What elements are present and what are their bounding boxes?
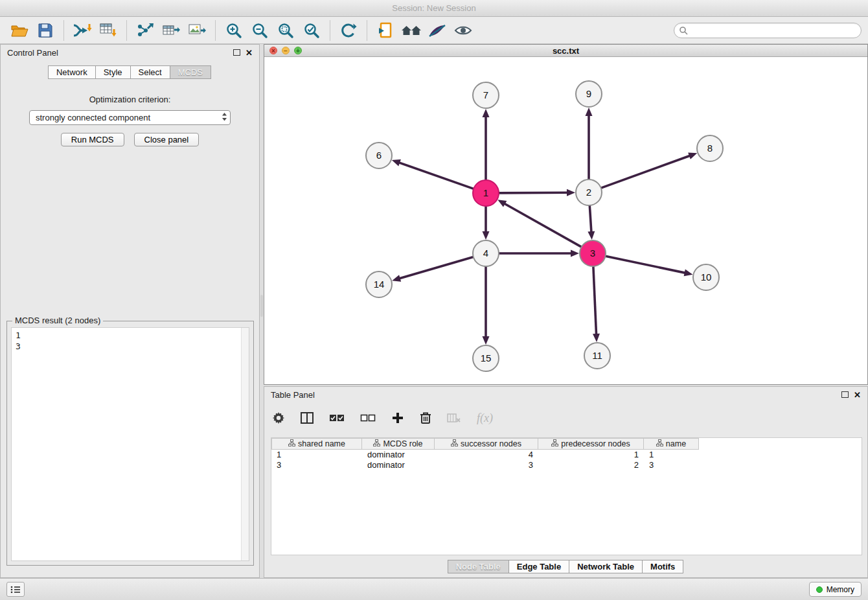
close-table-panel-icon[interactable]: ✕ (854, 391, 861, 399)
graph-node-14[interactable]: 14 (366, 271, 392, 297)
refresh-icon[interactable] (336, 19, 361, 42)
table-cell: 3 (271, 460, 362, 470)
table-row[interactable]: 1dominator411 (271, 450, 862, 460)
mcds-result-box: 1 3 (11, 327, 249, 561)
graph-node-15[interactable]: 15 (473, 345, 499, 371)
edge-2-8[interactable] (601, 156, 691, 188)
edge-1-6[interactable] (398, 163, 474, 189)
graph-node-11[interactable]: 11 (584, 343, 610, 369)
edge-arrowhead (588, 231, 595, 240)
memory-button[interactable]: Memory (809, 582, 862, 597)
network-canvas[interactable]: 7968124314101511 (264, 57, 867, 384)
graph-node-8[interactable]: 8 (697, 135, 723, 161)
node-label: 14 (374, 279, 385, 290)
graph-node-6[interactable]: 6 (366, 143, 392, 168)
delete-column-icon[interactable] (447, 413, 461, 423)
graph-node-1[interactable]: 1 (473, 180, 499, 206)
node-label: 8 (707, 143, 713, 154)
edge-arrowhead (571, 250, 579, 257)
mcds-result-group: MCDS result (2 nodes) 1 3 (6, 321, 254, 566)
minimize-window-icon[interactable]: − (282, 47, 290, 54)
export-table-icon[interactable] (158, 19, 184, 42)
edge-arrowhead (586, 108, 593, 116)
graph-node-2[interactable]: 2 (576, 179, 602, 205)
panel-splitter-handle[interactable] (260, 295, 263, 317)
table-row[interactable]: 3dominator323 (271, 460, 862, 470)
edge-arrowhead (684, 270, 693, 277)
edge-2-3[interactable] (589, 205, 591, 233)
column-edit-icon (451, 439, 458, 448)
table-settings-gear-icon[interactable] (272, 411, 285, 424)
toolbar-separator (367, 20, 367, 41)
zoom-selected-icon[interactable] (299, 19, 325, 42)
node-table: shared nameMCDS rolesuccessor nodesprede… (271, 437, 862, 555)
table-cell: dominator (362, 460, 435, 470)
graph-node-4[interactable]: 4 (473, 240, 499, 266)
delete-trash-icon[interactable] (420, 411, 431, 424)
graph-node-10[interactable]: 10 (693, 264, 719, 290)
column-edit-icon (373, 439, 380, 448)
apply-style-icon[interactable] (424, 19, 450, 42)
maximize-window-icon[interactable]: + (294, 47, 302, 54)
column-name: MCDS role (383, 439, 422, 448)
column-edit-icon (656, 439, 663, 448)
edge-3-10[interactable] (606, 256, 686, 273)
table-tab-motifs[interactable]: Motifs (642, 560, 683, 573)
close-window-icon[interactable]: × (269, 47, 277, 54)
import-network-icon[interactable] (69, 19, 95, 42)
column-layout-icon[interactable] (301, 412, 314, 424)
export-image-icon[interactable] (184, 19, 210, 42)
table-cell: 1 (644, 450, 699, 460)
column-header-successor-nodes[interactable]: successor nodes (435, 438, 538, 450)
close-panel-icon[interactable]: ✕ (246, 49, 253, 57)
tab-style[interactable]: Style (95, 65, 131, 79)
home-icon[interactable] (398, 19, 424, 42)
table-tab-node-table[interactable]: Node Table (448, 560, 509, 573)
run-mcds-button[interactable]: Run MCDS (61, 133, 124, 146)
search-input[interactable] (674, 23, 862, 38)
column-header-predecessor-nodes[interactable]: predecessor nodes (538, 438, 644, 450)
tab-network[interactable]: Network (48, 65, 96, 79)
zoom-out-icon[interactable] (247, 19, 273, 42)
column-header-shared-name[interactable]: shared name (271, 438, 362, 450)
result-scrollbar[interactable] (241, 328, 249, 560)
toolbar-separator (215, 20, 216, 41)
table-tab-edge-table[interactable]: Edge Table (508, 560, 569, 573)
graph-node-3[interactable]: 3 (580, 240, 606, 266)
criterion-dropdown[interactable]: strongly connected component (29, 110, 231, 125)
clone-network-icon[interactable] (372, 19, 398, 42)
edge-3-11[interactable] (593, 266, 597, 335)
node-label: 10 (701, 271, 712, 283)
task-history-list-icon[interactable] (6, 582, 25, 597)
control-panel-header: Control Panel ✕ (1, 45, 259, 60)
tab-select[interactable]: Select (130, 65, 170, 79)
save-icon[interactable] (32, 19, 58, 42)
application-window: Session: New Session (0, 0, 868, 600)
edge-3-1[interactable] (504, 203, 582, 247)
graph-node-7[interactable]: 7 (473, 82, 499, 108)
column-header-MCDS-role[interactable]: MCDS role (362, 438, 435, 450)
import-table-icon[interactable] (95, 19, 121, 42)
zoom-in-icon[interactable] (221, 19, 247, 42)
open-folder-icon[interactable] (6, 19, 32, 42)
graph-node-9[interactable]: 9 (576, 81, 602, 107)
tab-mcds[interactable]: MCDS (170, 65, 211, 79)
select-all-icon[interactable] (329, 413, 345, 423)
export-network-icon[interactable] (132, 19, 158, 42)
edge-1-2[interactable] (499, 192, 568, 193)
close-panel-button[interactable]: Close panel (134, 133, 200, 146)
column-name: predecessor nodes (561, 439, 630, 448)
table-tab-network-table[interactable]: Network Table (569, 560, 643, 573)
add-column-plus-icon[interactable] (391, 411, 404, 424)
mcds-result-text: 1 3 (12, 328, 249, 354)
float-table-panel-icon[interactable] (841, 391, 849, 398)
column-header-name[interactable]: name (644, 438, 699, 450)
show-hide-eye-icon[interactable] (450, 19, 476, 42)
column-name: shared name (298, 439, 345, 448)
function-builder-icon[interactable]: f(x) (477, 411, 493, 425)
zoom-fit-icon[interactable] (273, 19, 299, 42)
edge-4-14[interactable] (399, 257, 474, 279)
float-panel-icon[interactable] (233, 49, 240, 56)
node-label: 6 (376, 150, 382, 161)
deselect-all-icon[interactable] (360, 413, 376, 423)
